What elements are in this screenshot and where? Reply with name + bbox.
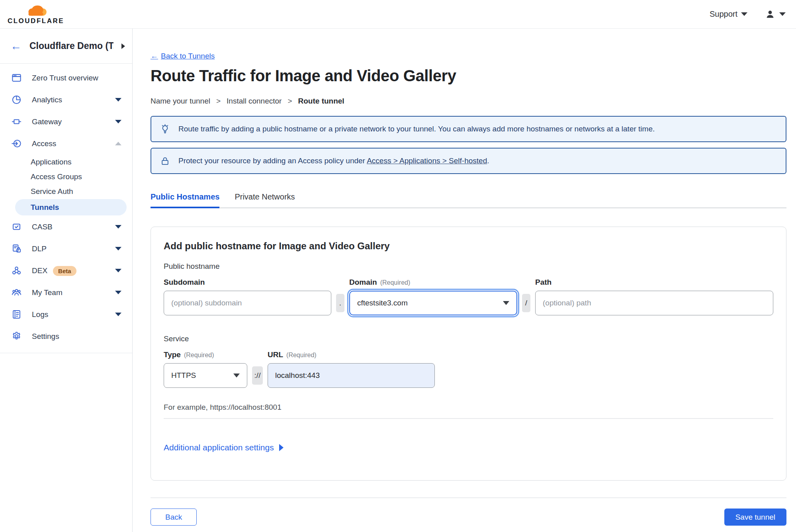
route-traffic-info-text: Route traffic by adding a public hostnam… bbox=[178, 125, 655, 133]
save-tunnel-button[interactable]: Save tunnel bbox=[724, 509, 786, 526]
url-label: URL(Required) bbox=[268, 350, 435, 359]
service-url-input[interactable] bbox=[268, 363, 435, 388]
breadcrumb-step-route-tunnel: Route tunnel bbox=[298, 97, 344, 106]
sidebar-item-access[interactable]: Access bbox=[0, 133, 132, 155]
sidebar-item-dlp[interactable]: DLP bbox=[0, 238, 132, 260]
cloudflare-zero-trust-app: CLOUDFLARE Support ← Cloudflare Demo (T.… bbox=[0, 0, 796, 532]
service-labels-row: Type(Required) URL(Required) bbox=[164, 350, 773, 359]
account-name[interactable]: Cloudflare Demo (T... bbox=[29, 41, 113, 51]
back-arrow-icon[interactable]: ← bbox=[10, 41, 22, 52]
sidebar-item-label: Zero Trust overview bbox=[32, 74, 121, 82]
domain-select-value: cftestsite3.com bbox=[357, 299, 408, 307]
sidebar-item-logs[interactable]: Logs bbox=[0, 303, 132, 325]
access-policy-text: Protect your resource by adding an Acces… bbox=[178, 156, 489, 165]
tab-public-hostnames[interactable]: Public Hostnames bbox=[151, 192, 219, 207]
public-hostname-section-label: Public hostname bbox=[164, 262, 773, 271]
required-hint: (Required) bbox=[184, 352, 214, 358]
domain-label: Domain(Required) bbox=[349, 278, 517, 287]
sidebar-item-gateway[interactable]: Gateway bbox=[0, 111, 132, 133]
sidebar-item-tunnels[interactable]: Tunnels bbox=[15, 199, 127, 215]
route-traffic-info-banner: Route traffic by adding a public hostnam… bbox=[151, 116, 786, 142]
sidebar-subitem-label: Access Groups bbox=[31, 172, 82, 181]
required-hint: (Required) bbox=[286, 352, 317, 358]
domain-select[interactable]: cftestsite3.com bbox=[349, 291, 517, 315]
sidebar-item-casb[interactable]: CASB bbox=[0, 216, 132, 238]
analytics-icon bbox=[11, 94, 22, 105]
chevron-down-icon bbox=[115, 291, 121, 294]
sidebar-item-my-team[interactable]: My Team bbox=[0, 282, 132, 303]
path-input[interactable] bbox=[535, 291, 773, 315]
sidebar-subitem-label: Applications bbox=[31, 158, 71, 166]
dlp-icon bbox=[11, 243, 22, 254]
breadcrumb-step-name-your-tunnel[interactable]: Name your tunnel bbox=[151, 97, 210, 106]
main-content: ← Back to Tunnels Route Traffic for Imag… bbox=[133, 29, 796, 532]
back-arrow-icon: ← bbox=[151, 52, 158, 61]
chevron-down-icon bbox=[741, 12, 747, 16]
sidebar-item-label: Access bbox=[32, 139, 105, 148]
hostname-inputs-row: . cftestsite3.com / bbox=[164, 291, 773, 315]
sidebar-item-label: Settings bbox=[32, 332, 121, 341]
card-heading: Add public hostname for Image and Video … bbox=[164, 241, 773, 252]
user-menu[interactable] bbox=[765, 9, 786, 20]
service-type-value: HTTPS bbox=[171, 371, 196, 380]
hostname-tabs: Public Hostnames Private Networks bbox=[151, 192, 786, 208]
card-divider bbox=[164, 418, 773, 419]
casb-icon bbox=[11, 221, 22, 232]
sidebar-nav: Zero Trust overview Analytics bbox=[0, 64, 132, 353]
breadcrumb-separator: > bbox=[216, 97, 221, 106]
sidebar-item-label: Gateway bbox=[32, 117, 105, 126]
dex-icon bbox=[11, 265, 22, 276]
url-example-hint: For example, https://localhost:8001 bbox=[164, 403, 773, 412]
support-menu[interactable]: Support bbox=[710, 10, 747, 19]
support-label: Support bbox=[710, 10, 737, 19]
chevron-up-icon bbox=[115, 142, 121, 145]
sidebar-item-access-groups[interactable]: Access Groups bbox=[0, 169, 132, 184]
sidebar-item-service-auth[interactable]: Service Auth bbox=[0, 184, 132, 199]
additional-settings-label: Additional application settings bbox=[164, 443, 274, 452]
chevron-down-icon bbox=[115, 247, 121, 250]
sidebar-account-header: ← Cloudflare Demo (T... bbox=[0, 29, 132, 64]
sidebar-subitem-label: Tunnels bbox=[31, 203, 59, 212]
service-inputs-row: HTTPS :// bbox=[164, 363, 773, 388]
breadcrumb-step-install-connector[interactable]: Install connector bbox=[227, 97, 282, 106]
add-public-hostname-card: Add public hostname for Image and Video … bbox=[151, 227, 786, 481]
sidebar-item-zero-trust-overview[interactable]: Zero Trust overview bbox=[0, 67, 132, 89]
sidebar-item-label: Analytics bbox=[32, 96, 105, 104]
sidebar-item-label: DEXBeta bbox=[32, 266, 105, 275]
access-applications-self-hosted-link[interactable]: Access > Applications > Self-hosted bbox=[367, 156, 487, 165]
chevron-down-icon bbox=[115, 269, 121, 272]
sidebar: ← Cloudflare Demo (T... Zero Trust overv… bbox=[0, 29, 133, 532]
sidebar-item-applications[interactable]: Applications bbox=[0, 155, 132, 169]
dot-separator: . bbox=[336, 294, 344, 312]
sidebar-item-settings[interactable]: Settings bbox=[0, 325, 132, 347]
back-link-label: Back to Tunnels bbox=[161, 52, 215, 61]
page-title: Route Traffic for Image and Video Galler… bbox=[151, 67, 786, 85]
top-bar: CLOUDFLARE Support bbox=[0, 0, 796, 29]
chevron-down-icon bbox=[115, 313, 121, 316]
gateway-icon bbox=[11, 116, 22, 127]
tab-private-networks[interactable]: Private Networks bbox=[235, 192, 295, 207]
service-type-select[interactable]: HTTPS bbox=[164, 363, 247, 388]
chevron-down-icon bbox=[503, 301, 509, 305]
chevron-right-icon bbox=[279, 444, 284, 451]
type-label: Type(Required) bbox=[164, 350, 247, 359]
hostname-labels-row: Subdomain Domain(Required) Path bbox=[164, 278, 773, 287]
chevron-down-icon bbox=[779, 12, 786, 16]
back-to-tunnels-link[interactable]: ← Back to Tunnels bbox=[151, 52, 215, 61]
sidebar-item-dex[interactable]: DEXBeta bbox=[0, 260, 132, 282]
back-button[interactable]: Back bbox=[151, 509, 197, 526]
sidebar-divider bbox=[0, 353, 132, 353]
service-section-label: Service bbox=[164, 334, 773, 343]
lightbulb-icon bbox=[160, 124, 170, 135]
slash-separator: / bbox=[522, 294, 530, 312]
additional-application-settings-toggle[interactable]: Additional application settings bbox=[164, 443, 284, 452]
sidebar-item-label: CASB bbox=[32, 223, 105, 231]
chevron-down-icon bbox=[115, 120, 121, 123]
chevron-right-icon[interactable] bbox=[121, 43, 125, 49]
cloudflare-wordmark: CLOUDFLARE bbox=[8, 17, 64, 25]
sidebar-item-label: My Team bbox=[32, 288, 105, 297]
sidebar-item-analytics[interactable]: Analytics bbox=[0, 89, 132, 111]
cloudflare-cloud-icon bbox=[23, 4, 49, 16]
user-icon bbox=[765, 9, 775, 20]
subdomain-input[interactable] bbox=[164, 291, 331, 315]
